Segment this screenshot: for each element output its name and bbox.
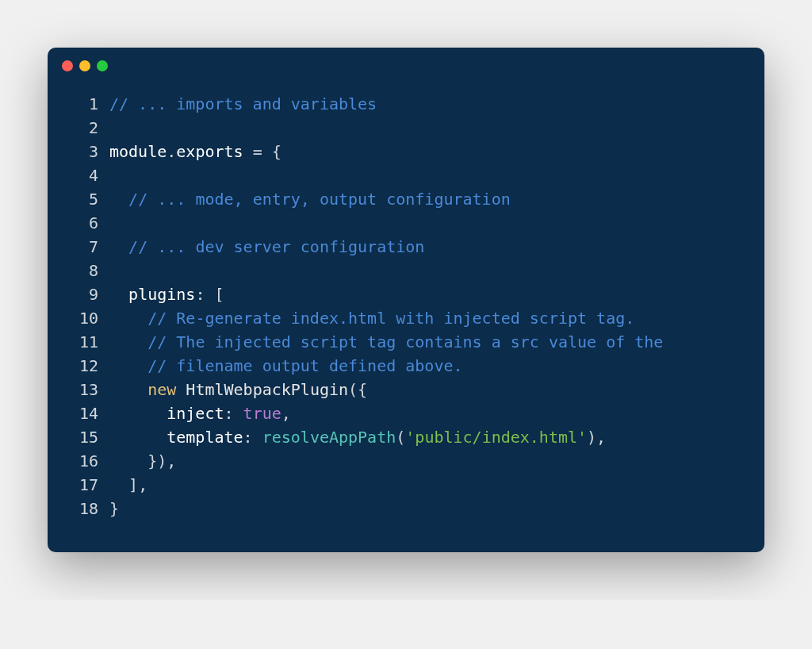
code-line: 6 xyxy=(67,211,745,235)
code-content: } xyxy=(109,497,745,520)
line-number: 13 xyxy=(67,378,98,401)
line-number: 17 xyxy=(67,473,98,497)
code-token: ], xyxy=(128,475,147,494)
minimize-dot[interactable] xyxy=(79,60,90,71)
code-line: 10 // Re-generate index.html with inject… xyxy=(67,306,745,330)
code-area: 1// ... imports and variables23module.ex… xyxy=(48,79,764,552)
code-token xyxy=(109,285,128,304)
code-line: 4 xyxy=(67,163,745,187)
code-token xyxy=(109,404,167,423)
code-content: new HtmlWebpackPlugin({ xyxy=(109,378,745,401)
code-content: // Re-generate index.html with injected … xyxy=(109,306,745,330)
code-token: template xyxy=(167,428,243,447)
code-line: 3module.exports = { xyxy=(67,140,745,163)
close-dot[interactable] xyxy=(62,60,73,71)
code-content: // filename output defined above. xyxy=(109,354,745,378)
code-line: 12 // filename output defined above. xyxy=(67,354,745,378)
line-number: 10 xyxy=(67,306,98,330)
code-content xyxy=(109,163,745,187)
code-token: ( xyxy=(396,428,405,447)
line-number: 6 xyxy=(67,211,98,235)
code-line: 17 ], xyxy=(67,473,745,497)
code-line: 14 inject: true, xyxy=(67,401,745,425)
code-line: 11 // The injected script tag contains a… xyxy=(67,330,745,354)
code-content: module.exports = { xyxy=(109,140,745,163)
code-content: plugins: [ xyxy=(109,282,745,306)
code-token xyxy=(109,190,128,209)
code-token: plugins xyxy=(128,285,195,304)
maximize-dot[interactable] xyxy=(97,60,108,71)
code-token: ), xyxy=(587,428,606,447)
code-token: inject xyxy=(167,404,224,423)
line-number: 8 xyxy=(67,259,98,282)
code-content xyxy=(109,116,745,140)
line-number: 14 xyxy=(67,401,98,425)
code-content: // ... dev server configuration xyxy=(109,235,745,259)
line-number: 15 xyxy=(67,425,98,449)
code-line: 9 plugins: [ xyxy=(67,282,745,306)
code-content: inject: true, xyxy=(109,401,745,425)
code-line: 5 // ... mode, entry, output configurati… xyxy=(67,187,745,211)
code-content: // The injected script tag contains a sr… xyxy=(109,330,745,354)
code-token: module xyxy=(109,142,167,161)
line-number: 3 xyxy=(67,140,98,163)
code-token: // ... imports and variables xyxy=(109,94,377,113)
code-token xyxy=(109,428,167,447)
code-line: 7 // ... dev server configuration xyxy=(67,235,745,259)
code-token xyxy=(109,380,147,399)
code-token: } xyxy=(109,499,119,518)
code-token xyxy=(109,237,128,256)
code-token xyxy=(176,380,186,399)
code-token: // Re-generate index.html with injected … xyxy=(147,309,634,328)
code-token: : xyxy=(243,428,262,447)
code-token xyxy=(109,451,147,470)
line-number: 4 xyxy=(67,163,98,187)
line-number: 7 xyxy=(67,235,98,259)
code-content: template: resolveAppPath('public/index.h… xyxy=(109,425,745,449)
code-window: 1// ... imports and variables23module.ex… xyxy=(48,48,764,552)
code-line: 2 xyxy=(67,116,745,140)
code-content xyxy=(109,259,745,282)
code-token: = { xyxy=(243,142,282,161)
code-token: , xyxy=(282,404,291,423)
code-line: 18} xyxy=(67,497,745,520)
code-token: // ... dev server configuration xyxy=(128,237,424,256)
code-token: exports xyxy=(176,142,243,161)
code-content xyxy=(109,211,745,235)
code-token xyxy=(109,332,147,351)
code-content: ], xyxy=(109,473,745,497)
line-number: 11 xyxy=(67,330,98,354)
code-line: 13 new HtmlWebpackPlugin({ xyxy=(67,378,745,401)
code-token: // ... mode, entry, output configuration xyxy=(128,190,511,209)
code-token: : xyxy=(224,404,243,423)
code-token xyxy=(109,309,147,328)
line-number: 2 xyxy=(67,116,98,140)
code-token xyxy=(109,475,128,494)
code-token: // filename output defined above. xyxy=(147,356,462,375)
line-number: 18 xyxy=(67,497,98,520)
code-content: }), xyxy=(109,449,745,473)
code-token: HtmlWebpackPlugin xyxy=(186,380,348,399)
code-line: 8 xyxy=(67,259,745,282)
line-number: 5 xyxy=(67,187,98,211)
code-token: resolveAppPath xyxy=(262,428,396,447)
code-line: 1// ... imports and variables xyxy=(67,92,745,116)
code-line: 16 }), xyxy=(67,449,745,473)
line-number: 1 xyxy=(67,92,98,116)
code-token: : [ xyxy=(195,285,224,304)
code-token xyxy=(109,356,147,375)
line-number: 9 xyxy=(67,282,98,306)
code-token: }), xyxy=(147,451,176,470)
code-content: // ... imports and variables xyxy=(109,92,745,116)
code-token: true xyxy=(243,404,282,423)
titlebar xyxy=(48,48,764,79)
code-token: // The injected script tag contains a sr… xyxy=(147,332,663,351)
line-number: 12 xyxy=(67,354,98,378)
line-number: 16 xyxy=(67,449,98,473)
code-token: . xyxy=(167,142,176,161)
code-token: 'public/index.html' xyxy=(405,428,587,447)
code-token: ({ xyxy=(348,380,367,399)
code-content: // ... mode, entry, output configuration xyxy=(109,187,745,211)
code-token: new xyxy=(147,380,176,399)
code-line: 15 template: resolveAppPath('public/inde… xyxy=(67,425,745,449)
